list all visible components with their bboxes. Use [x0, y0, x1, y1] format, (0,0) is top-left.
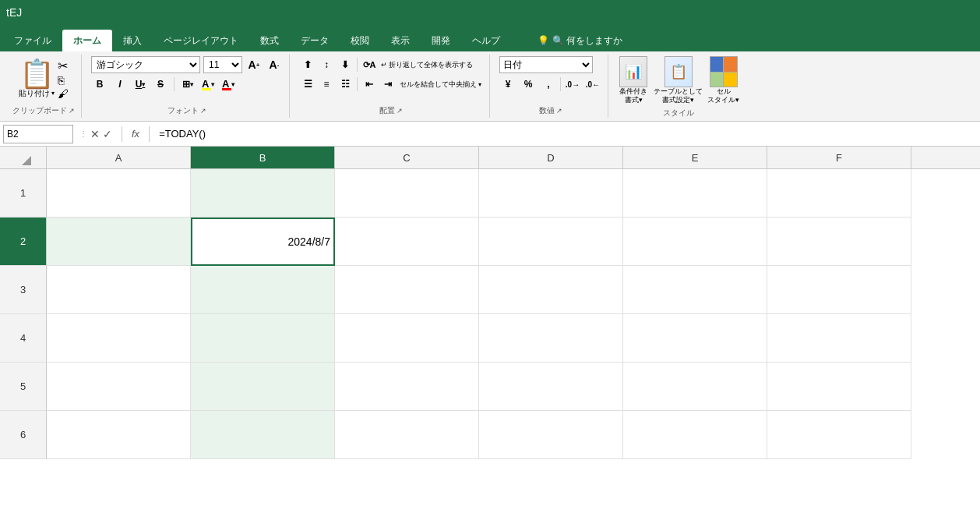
cell-B5[interactable]	[191, 363, 335, 411]
indent-decrease-button[interactable]: ⇤	[361, 76, 378, 93]
row-header-3[interactable]: 3	[0, 266, 47, 314]
font-family-selector[interactable]: 游ゴシック	[91, 56, 200, 73]
tab-formulas[interactable]: 数式	[249, 30, 290, 51]
col-header-C[interactable]: C	[335, 147, 479, 168]
font-color-button[interactable]: A ▾	[220, 76, 237, 93]
cell-C4[interactable]	[335, 314, 479, 363]
cell-F2[interactable]	[767, 218, 911, 266]
cell-A2[interactable]	[47, 218, 191, 266]
col-header-E[interactable]: E	[623, 147, 767, 168]
paste-dropdown-arrow[interactable]: ▾	[51, 90, 55, 97]
expand-formula-bar-icon[interactable]: ⋮	[79, 129, 87, 138]
cell-C1[interactable]	[335, 169, 479, 218]
cell-C3[interactable]	[335, 266, 479, 314]
cell-F1[interactable]	[767, 169, 911, 218]
fill-dropdown[interactable]: ▾	[211, 81, 214, 88]
cell-C5[interactable]	[335, 363, 479, 411]
cell-B2[interactable]: 2024/8/7	[191, 218, 335, 266]
italic-button[interactable]: I	[111, 76, 129, 93]
cut-button[interactable]: ✂	[58, 58, 69, 73]
col-header-F[interactable]: F	[767, 147, 911, 168]
tab-page-layout[interactable]: ページレイアウト	[153, 30, 249, 51]
tab-developer[interactable]: 開発	[421, 30, 461, 51]
row-header-1[interactable]: 1	[0, 169, 47, 218]
cell-B4[interactable]	[191, 314, 335, 363]
cell-D5[interactable]	[479, 363, 623, 411]
increase-font-size-button[interactable]: A+	[245, 56, 263, 73]
align-bottom-button[interactable]: ⬇	[337, 56, 354, 73]
cell-F6[interactable]	[767, 411, 911, 459]
font-expand-icon[interactable]: ↗	[200, 107, 206, 115]
cell-E2[interactable]	[623, 218, 767, 266]
cell-E4[interactable]	[623, 314, 767, 363]
fill-color-button[interactable]: A ▾	[199, 76, 217, 93]
tab-insert[interactable]: 挿入	[112, 30, 153, 51]
bold-button[interactable]: B	[91, 76, 108, 93]
cell-E6[interactable]	[623, 411, 767, 459]
align-left-button[interactable]: ☰	[299, 76, 316, 93]
conditional-formatting-button[interactable]: 📊 条件付き 書式▾	[618, 56, 649, 104]
comma-button[interactable]: ,	[540, 76, 557, 93]
decrease-font-size-button[interactable]: A-	[266, 56, 283, 73]
font-color-dropdown[interactable]: ▾	[231, 81, 234, 88]
row-header-6[interactable]: 6	[0, 411, 47, 459]
cell-C2[interactable]	[335, 218, 479, 266]
align-middle-button[interactable]: ↕	[318, 56, 335, 73]
cell-F4[interactable]	[767, 314, 911, 363]
col-header-B[interactable]: B	[191, 147, 335, 168]
cell-E3[interactable]	[623, 266, 767, 314]
cell-A1[interactable]	[47, 169, 191, 218]
cell-D2[interactable]	[479, 218, 623, 266]
row-header-4[interactable]: 4	[0, 314, 47, 363]
border-button[interactable]: ⊞ ▾	[179, 76, 196, 93]
tab-data[interactable]: データ	[290, 30, 340, 51]
merge-center-button[interactable]: セルを結合して中央揃え ▾	[398, 78, 483, 91]
tab-review[interactable]: 校閲	[340, 30, 380, 51]
currency-button[interactable]: ¥	[499, 76, 516, 93]
cell-B3[interactable]	[191, 266, 335, 314]
strikethrough-button[interactable]: S	[152, 76, 169, 93]
merge-dropdown[interactable]: ▾	[478, 81, 481, 88]
copy-button[interactable]: ⎘	[58, 74, 69, 87]
clipboard-expand-icon[interactable]: ↗	[69, 107, 75, 115]
tab-file[interactable]: ファイル	[3, 30, 62, 51]
cell-D3[interactable]	[479, 266, 623, 314]
cell-C6[interactable]	[335, 411, 479, 459]
border-dropdown[interactable]: ▾	[190, 81, 193, 88]
indent-increase-button[interactable]: ⇥	[379, 76, 397, 93]
select-all-button[interactable]	[0, 147, 47, 168]
align-top-button[interactable]: ⬆	[299, 56, 316, 73]
confirm-formula-icon[interactable]: ✓	[103, 128, 112, 140]
font-size-selector[interactable]: 11	[203, 56, 242, 73]
cell-F5[interactable]	[767, 363, 911, 411]
underline-button[interactable]: U ▾	[132, 76, 149, 93]
cell-E1[interactable]	[623, 169, 767, 218]
increase-decimal-button[interactable]: .0→	[564, 76, 581, 93]
row-header-5[interactable]: 5	[0, 363, 47, 411]
number-format-selector[interactable]: 日付	[499, 56, 593, 73]
tab-view[interactable]: 表示	[380, 30, 421, 51]
decrease-decimal-button[interactable]: .0←	[584, 76, 601, 93]
text-orientation-button[interactable]: ⟳A	[361, 56, 378, 73]
cell-F3[interactable]	[767, 266, 911, 314]
cell-styles-button[interactable]: セル スタイル▾	[707, 56, 739, 104]
wrap-text-button[interactable]: ↵ 折り返して全体を表示する	[379, 58, 474, 72]
cell-A6[interactable]	[47, 411, 191, 459]
cell-D4[interactable]	[479, 314, 623, 363]
cell-reference-box[interactable]	[3, 125, 73, 143]
cell-D1[interactable]	[479, 169, 623, 218]
format-as-table-button[interactable]: 📋 テーブルとして 書式設定▾	[654, 56, 703, 104]
format-painter-button[interactable]: 🖌	[58, 87, 69, 100]
tab-search[interactable]: 💡 🔍 何をしますか	[527, 30, 633, 51]
row-header-2[interactable]: 2	[0, 218, 47, 266]
cell-A5[interactable]	[47, 363, 191, 411]
formula-input[interactable]	[156, 125, 977, 143]
paste-button[interactable]: 📋 貼り付け ▾	[19, 60, 55, 99]
col-header-D[interactable]: D	[479, 147, 623, 168]
underline-dropdown[interactable]: ▾	[142, 81, 145, 88]
alignment-expand-icon[interactable]: ↗	[397, 107, 403, 115]
cell-E5[interactable]	[623, 363, 767, 411]
cell-B1[interactable]	[191, 169, 335, 218]
tab-help[interactable]: ヘルプ	[461, 30, 511, 51]
cell-B6[interactable]	[191, 411, 335, 459]
